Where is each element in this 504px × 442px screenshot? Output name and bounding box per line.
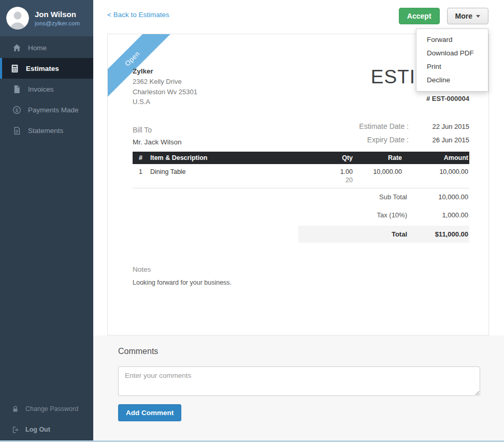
notes-label: Notes	[133, 266, 232, 273]
line-items-table: # Item & Description Qty Rate Amount 1 D…	[133, 152, 469, 188]
col-header-item: Item & Description	[150, 154, 311, 161]
change-password-link[interactable]: Change Password	[0, 399, 93, 419]
statement-file-icon	[12, 126, 21, 135]
expiry-date-label: Expiry Date :	[331, 136, 409, 144]
col-header-num: #	[133, 154, 150, 161]
menu-item-forward[interactable]: Forward	[416, 33, 488, 47]
col-header-amount: Amount	[402, 154, 469, 161]
col-header-rate: Rate	[353, 154, 402, 161]
sidebar-item-payments-made[interactable]: $ Payments Made	[0, 99, 93, 120]
row-item-name: Dining Table	[150, 168, 311, 184]
more-button[interactable]: More	[447, 8, 488, 24]
row-rate: 10,000.00	[353, 168, 402, 184]
log-out-link[interactable]: Log Out	[0, 419, 93, 440]
more-dropdown-menu: Forward Download PDF Print Decline	[416, 28, 488, 92]
comment-input[interactable]	[118, 366, 480, 396]
calculator-icon	[10, 64, 19, 73]
table-header-row: # Item & Description Qty Rate Amount	[133, 152, 469, 164]
client-portal-estimate-page: Jon Wilson jons@zylker.com Home Estimate…	[0, 0, 504, 442]
main-content: < Back to Estimates Accept More Forward …	[93, 0, 504, 442]
footer-item-label: Log Out	[25, 426, 50, 433]
company-name: Zylker	[133, 67, 197, 75]
sidebar-item-home[interactable]: Home	[0, 37, 93, 58]
user-email: jons@zylker.com	[35, 20, 80, 26]
comments-heading: Comments	[118, 347, 504, 356]
table-row: 1 Dining Table 1.00 20 10,000.00 10,000.…	[133, 164, 469, 188]
sidebar-item-label: Home	[28, 44, 47, 52]
person-icon	[6, 7, 29, 30]
dollar-circle-icon: $	[12, 106, 21, 114]
subtotal-label: Sub Total	[304, 193, 407, 201]
total-value: $11,000.00	[407, 230, 468, 238]
sidebar-item-label: Invoices	[28, 85, 54, 93]
dates-block: Estimate Date : 22 Jun 2015 Expiry Date …	[331, 120, 469, 146]
accept-button[interactable]: Accept	[399, 8, 440, 24]
sidebar-item-label: Estimates	[26, 65, 59, 72]
address-line: 2362 Kelly Drive	[133, 77, 197, 87]
menu-item-download-pdf[interactable]: Download PDF	[416, 47, 488, 60]
sidebar-footer: Change Password Log Out	[0, 399, 93, 440]
col-header-qty: Qty	[311, 154, 353, 161]
sidebar-item-invoices[interactable]: Invoices	[0, 79, 93, 99]
comments-section: Comments Add Comment	[93, 335, 504, 442]
tax-row: Tax (10%) 1,000.00	[298, 208, 469, 223]
company-address-block: Zylker 2362 Kelly Drive Charleston Wv 25…	[133, 67, 197, 107]
sidebar-item-label: Statements	[28, 127, 63, 135]
row-num: 1	[133, 168, 150, 184]
user-name: Jon Wilson	[35, 10, 80, 20]
total-label: Total	[304, 230, 407, 238]
tax-label: Tax (10%)	[304, 211, 407, 219]
estimate-date-value: 22 Jun 2015	[409, 123, 469, 130]
address-line: Charleston Wv 25301	[133, 87, 197, 97]
menu-item-decline[interactable]: Decline	[416, 73, 488, 87]
row-qty-sub: 20	[311, 176, 353, 184]
notes-text: Looking forward for your business.	[133, 279, 232, 286]
sidebar-nav: Home Estimates Invoices $ Payments Made	[0, 37, 93, 141]
sidebar: Jon Wilson jons@zylker.com Home Estimate…	[0, 0, 93, 442]
add-comment-button[interactable]: Add Comment	[118, 404, 181, 421]
sidebar-item-estimates[interactable]: Estimates	[0, 58, 93, 79]
back-to-estimates-link[interactable]: < Back to Estimates	[107, 11, 169, 19]
sidebar-item-statements[interactable]: Statements	[0, 120, 93, 141]
bill-to-label: Bill To	[133, 126, 182, 134]
totals-block: Sub Total 10,000.00 Tax (10%) 1,000.00 T…	[298, 189, 469, 246]
home-icon	[12, 43, 21, 52]
subtotal-row: Sub Total 10,000.00	[298, 189, 469, 204]
user-panel[interactable]: Jon Wilson jons@zylker.com	[0, 0, 93, 36]
total-row: Total $11,000.00	[298, 226, 469, 243]
sidebar-item-label: Payments Made	[28, 106, 79, 114]
estimate-date-label: Estimate Date :	[331, 122, 409, 130]
tax-value: 1,000.00	[407, 211, 468, 219]
avatar	[6, 7, 29, 30]
caret-down-icon	[476, 15, 480, 18]
row-qty: 1.00	[311, 168, 353, 175]
expiry-date-value: 26 Jun 2015	[409, 136, 469, 144]
row-amount: 10,000.00	[402, 168, 469, 184]
menu-item-print[interactable]: Print	[416, 60, 488, 73]
estimate-number: # EST-000004	[371, 95, 469, 102]
bill-to-name: Mr. Jack Wilson	[133, 138, 182, 146]
subtotal-value: 10,000.00	[407, 193, 468, 201]
more-button-label: More	[455, 12, 472, 20]
notes-block: Notes Looking forward for your business.	[133, 266, 232, 286]
bill-to-block: Bill To Mr. Jack Wilson	[133, 120, 182, 146]
lock-icon	[11, 405, 19, 413]
logout-icon	[11, 426, 19, 434]
svg-text:$: $	[16, 107, 19, 112]
action-buttons: Accept More	[399, 8, 488, 24]
footer-item-label: Change Password	[25, 405, 78, 412]
invoice-file-icon	[12, 85, 21, 94]
address-line: U.S.A	[133, 97, 197, 107]
